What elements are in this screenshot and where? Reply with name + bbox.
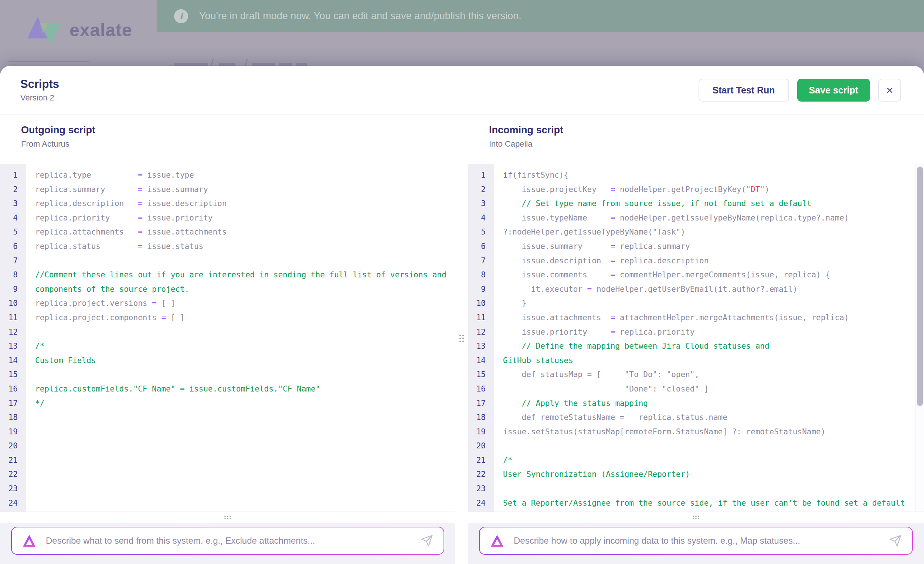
exalate-logo-text: exalate (69, 20, 132, 40)
line-number: 11 (468, 311, 486, 325)
start-test-run-button[interactable]: Start Test Run (699, 79, 789, 102)
code-line: 2 issue.projectKey = nodeHelper.getProje… (468, 183, 924, 197)
line-number: 14 (468, 353, 486, 368)
code-line: 11replica.project.components = [ ] (0, 311, 455, 325)
line-number: 6 (0, 239, 18, 254)
line-number: 8 (0, 268, 18, 282)
code-text: */ (35, 396, 44, 411)
code-text: User Synchronization (Assignee/Reporter) (503, 467, 690, 482)
outgoing-ai-input[interactable] (12, 527, 444, 554)
code-text: } (503, 296, 526, 311)
code-line: 14GitHub statuses (468, 353, 924, 368)
save-script-button[interactable]: Save script (797, 79, 870, 102)
outgoing-resize-handle[interactable] (0, 512, 455, 523)
incoming-panel-subtitle: Into Capella (489, 139, 924, 149)
line-number: 23 (0, 482, 18, 496)
line-number: 15 (0, 368, 18, 382)
line-number: 12 (0, 325, 18, 340)
code-line: 24 (0, 496, 455, 510)
modal-header: Scripts Version 2 Start Test Run Save sc… (0, 66, 924, 115)
outgoing-ai-field[interactable] (45, 535, 412, 546)
line-number: 22 (468, 467, 486, 482)
code-line: 3 // Set type name from source issue, if… (468, 196, 924, 211)
modal-title: Scripts (20, 78, 59, 91)
line-number: 16 (468, 382, 486, 396)
code-line: 5replica.attachments = issue.attachments (0, 225, 455, 239)
incoming-send-button[interactable] (889, 534, 902, 547)
outgoing-send-button[interactable] (421, 534, 433, 547)
code-line: 2replica.summary = issue.summary (0, 183, 455, 197)
line-number: 4 (468, 211, 486, 225)
draft-mode-banner-text: You're in draft mode now. You can edit a… (199, 10, 522, 22)
incoming-scrollbar[interactable] (915, 165, 924, 512)
code-line: 23 (468, 482, 924, 496)
line-number: 3 (468, 196, 486, 211)
code-line: 13/* (0, 339, 455, 353)
code-text: replica.summary = issue.summary (35, 183, 208, 197)
line-number: 24 (0, 496, 18, 510)
ai-triangle-icon (490, 534, 504, 548)
line-number: 4 (0, 211, 18, 225)
code-line: 11 issue.attachments = attachmentHelper.… (468, 311, 924, 325)
code-text: def remoteStatusName = replica.status.na… (503, 410, 728, 425)
incoming-ai-input-border (479, 527, 913, 555)
code-text: /* (35, 339, 44, 353)
code-text: it.executor = nodeHelper.getUserByEmail(… (503, 282, 798, 296)
incoming-panel-title: Incoming script (489, 124, 924, 136)
panel-splitter[interactable] (455, 115, 468, 564)
line-number: 5 (0, 225, 18, 239)
code-line: 21/* (468, 453, 924, 468)
line-number: 5 (468, 225, 486, 239)
code-line: 10 } (468, 296, 924, 311)
incoming-ai-field[interactable] (513, 535, 880, 546)
code-line: 8 issue.comments = commentHelper.mergeCo… (468, 268, 924, 282)
line-number: 21 (468, 453, 486, 468)
code-text: if(firstSync){ (503, 168, 568, 183)
incoming-code-editor[interactable]: 1if(firstSync){2 issue.projectKey = node… (468, 165, 924, 512)
code-line: 1if(firstSync){ (468, 168, 924, 183)
incoming-panel-header: Incoming script Into Capella (468, 115, 924, 165)
code-line: 18 def remoteStatusName = replica.status… (468, 410, 924, 425)
line-number: 22 (0, 467, 18, 482)
code-line: 22User Synchronization (Assignee/Reporte… (468, 467, 924, 482)
close-button[interactable]: × (878, 79, 901, 102)
code-text: issue.projectKey = nodeHelper.getProject… (503, 183, 770, 197)
line-number: 1 (468, 168, 486, 183)
modal-version: Version 2 (20, 93, 59, 103)
line-number: 18 (0, 410, 18, 425)
line-number: 2 (0, 183, 18, 197)
line-number: 9 (0, 282, 18, 296)
code-text: issue.priority = replica.priority (503, 325, 694, 340)
code-text: issue.summary = replica.summary (503, 239, 690, 254)
header-actions: Start Test Run Save script × (699, 79, 901, 102)
line-number: 16 (0, 382, 18, 396)
exalate-logo-icon (27, 14, 64, 46)
line-number: 3 (0, 196, 18, 211)
outgoing-panel-title: Outgoing script (21, 124, 455, 136)
code-line: 5?:nodeHelper.getIssueTypeByName("Task") (468, 225, 924, 239)
code-line: 9components of the source project. (0, 282, 455, 296)
code-text: GitHub statuses (503, 353, 573, 368)
line-number: 23 (468, 482, 486, 496)
line-number: 8 (468, 268, 486, 282)
splitter-dots-icon (459, 335, 464, 342)
line-number: 14 (0, 353, 18, 368)
code-text: replica.attachments = issue.attachments (35, 225, 226, 239)
line-number: 1 (0, 168, 18, 183)
code-text: replica.project.components = [ ] (35, 311, 185, 325)
code-line: 4 issue.typeName = nodeHelper.getIssueTy… (468, 211, 924, 225)
line-number: 17 (0, 396, 18, 411)
incoming-ai-input[interactable] (480, 527, 912, 554)
code-text: issue.typeName = nodeHelper.getIssueType… (503, 211, 849, 225)
code-text: /* (503, 453, 512, 468)
code-text: replica.status = issue.status (35, 239, 203, 254)
code-text: //Comment these lines out if you are int… (35, 268, 447, 282)
outgoing-ai-input-border (11, 527, 444, 555)
incoming-scrollbar-thumb[interactable] (917, 167, 923, 406)
outgoing-code-editor[interactable]: 1replica.type = issue.type2replica.summa… (0, 165, 455, 512)
code-line: 6 issue.summary = replica.summary (468, 239, 924, 254)
code-text: issue.comments = commentHelper.mergeComm… (503, 268, 830, 282)
line-number: 2 (468, 183, 486, 197)
incoming-resize-handle[interactable] (468, 512, 924, 523)
code-line: 3replica.description = issue.description (0, 196, 455, 211)
